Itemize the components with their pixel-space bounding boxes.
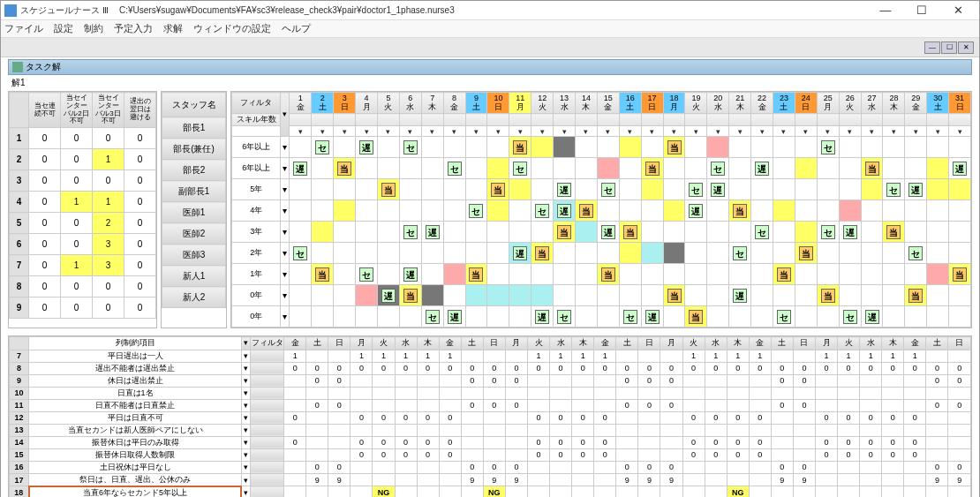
constraint-filter-cell[interactable]: [250, 424, 283, 436]
schedule-cell[interactable]: [509, 200, 531, 222]
schedule-cell[interactable]: [751, 179, 773, 200]
schedule-cell[interactable]: [443, 137, 465, 158]
schedule-cell[interactable]: [312, 285, 334, 306]
schedule-cell[interactable]: [905, 306, 927, 328]
schedule-cell[interactable]: 遅: [751, 158, 773, 179]
schedule-cell[interactable]: [509, 264, 531, 285]
constraint-value[interactable]: 0: [860, 448, 882, 461]
constraint-filter-cell[interactable]: [250, 362, 283, 374]
window-close-button[interactable]: ✕: [940, 2, 976, 19]
row-dropdown[interactable]: ▾: [281, 158, 290, 179]
schedule-cell[interactable]: [641, 222, 663, 243]
triangle-icon[interactable]: ▾: [738, 127, 743, 136]
constraint-value[interactable]: 1: [351, 350, 373, 362]
constraint-value[interactable]: [660, 387, 682, 399]
constraint-value[interactable]: 0: [771, 362, 793, 374]
constraint-value[interactable]: [351, 399, 373, 411]
constraint-value[interactable]: [284, 448, 306, 461]
constraint-row-num[interactable]: 8: [10, 362, 29, 374]
bottom-day-header[interactable]: 月: [351, 337, 373, 350]
schedule-cell[interactable]: [773, 158, 795, 179]
constraint-value[interactable]: 0: [395, 411, 417, 424]
constraint-value[interactable]: [638, 387, 660, 399]
constraint-value[interactable]: [727, 461, 749, 473]
schedule-cell[interactable]: 遅: [443, 306, 465, 328]
schedule-cell[interactable]: [641, 264, 663, 285]
constraint-value[interactable]: 1: [572, 350, 594, 362]
schedule-cell[interactable]: 当: [905, 285, 927, 306]
constraint-value[interactable]: [793, 448, 815, 461]
schedule-cell[interactable]: [663, 200, 685, 222]
constraint-value[interactable]: NG: [483, 486, 505, 497]
counter-cell[interactable]: 0: [93, 297, 124, 319]
constraint-value[interactable]: [550, 424, 572, 436]
constraint-name[interactable]: 平日は日直不可: [29, 411, 242, 424]
constraint-dd[interactable]: ▾: [241, 436, 250, 448]
schedule-cell[interactable]: [377, 306, 399, 328]
constraint-value[interactable]: 1: [727, 350, 749, 362]
constraint-value[interactable]: 9: [306, 473, 328, 486]
schedule-cell[interactable]: [487, 306, 509, 328]
constraint-name[interactable]: 土日祝休は平日なし: [29, 461, 242, 473]
schedule-cell[interactable]: [641, 137, 663, 158]
constraint-filter-cell[interactable]: [250, 436, 283, 448]
schedule-cell[interactable]: [773, 179, 795, 200]
schedule-cell[interactable]: 当: [641, 158, 663, 179]
staff-name[interactable]: 医師3: [162, 245, 226, 266]
constraint-value[interactable]: [616, 436, 638, 448]
schedule-cell[interactable]: [751, 306, 773, 328]
constraint-value[interactable]: [771, 350, 793, 362]
schedule-cell[interactable]: [949, 200, 971, 222]
constraint-value[interactable]: 1: [439, 350, 461, 362]
constraint-value[interactable]: [638, 411, 660, 424]
constraint-value[interactable]: 0: [306, 461, 328, 473]
schedule-cell[interactable]: [663, 179, 685, 200]
schedule-cell[interactable]: [839, 243, 861, 264]
triangle-icon[interactable]: ▾: [496, 127, 501, 136]
constraint-value[interactable]: 0: [638, 362, 660, 374]
constraint-value[interactable]: 1: [594, 350, 616, 362]
constraint-value[interactable]: [815, 424, 837, 436]
constraint-value[interactable]: [284, 473, 306, 486]
schedule-cell[interactable]: [949, 243, 971, 264]
constraint-value[interactable]: [904, 461, 926, 473]
constraint-value[interactable]: 0: [417, 448, 439, 461]
constraint-value[interactable]: [417, 461, 439, 473]
triangle-icon[interactable]: ▾: [760, 127, 765, 136]
schedule-cell[interactable]: [377, 200, 399, 222]
constraint-value[interactable]: [771, 411, 793, 424]
constraint-value[interactable]: 0: [660, 399, 682, 411]
bottom-day-header[interactable]: 月: [815, 337, 837, 350]
schedule-cell[interactable]: [334, 264, 356, 285]
schedule-cell[interactable]: [290, 137, 312, 158]
triangle-icon[interactable]: ▾: [562, 127, 567, 136]
bottom-day-header[interactable]: 金: [439, 337, 461, 350]
triangle-icon[interactable]: ▾: [540, 127, 545, 136]
constraint-value[interactable]: 1: [682, 350, 705, 362]
constraint-value[interactable]: 0: [328, 399, 351, 411]
constraint-value[interactable]: [926, 424, 948, 436]
schedule-cell[interactable]: [861, 285, 883, 306]
constraint-value[interactable]: [417, 374, 439, 387]
constraint-value[interactable]: [439, 486, 461, 497]
constraint-value[interactable]: [395, 486, 417, 497]
constraint-value[interactable]: [572, 473, 594, 486]
schedule-cell[interactable]: [597, 243, 619, 264]
constraint-value[interactable]: 0: [483, 399, 505, 411]
constraint-value[interactable]: [705, 424, 727, 436]
constraint-value[interactable]: 1: [815, 350, 837, 362]
row-dropdown[interactable]: ▾: [281, 243, 290, 264]
schedule-cell[interactable]: [861, 179, 883, 200]
schedule-cell[interactable]: 遅: [509, 243, 531, 264]
schedule-cell[interactable]: [685, 264, 707, 285]
schedule-cell[interactable]: 当: [377, 179, 399, 200]
day-header[interactable]: 17日: [641, 93, 663, 114]
bottom-day-header[interactable]: 火: [682, 337, 705, 350]
day-header[interactable]: 15金: [597, 93, 619, 114]
constraint-filter-cell[interactable]: [250, 374, 283, 387]
constraint-value[interactable]: [749, 461, 771, 473]
constraint-value[interactable]: [660, 486, 682, 497]
staff-name[interactable]: 医師2: [162, 223, 226, 245]
constraint-value[interactable]: [594, 387, 616, 399]
constraint-value[interactable]: [328, 350, 351, 362]
